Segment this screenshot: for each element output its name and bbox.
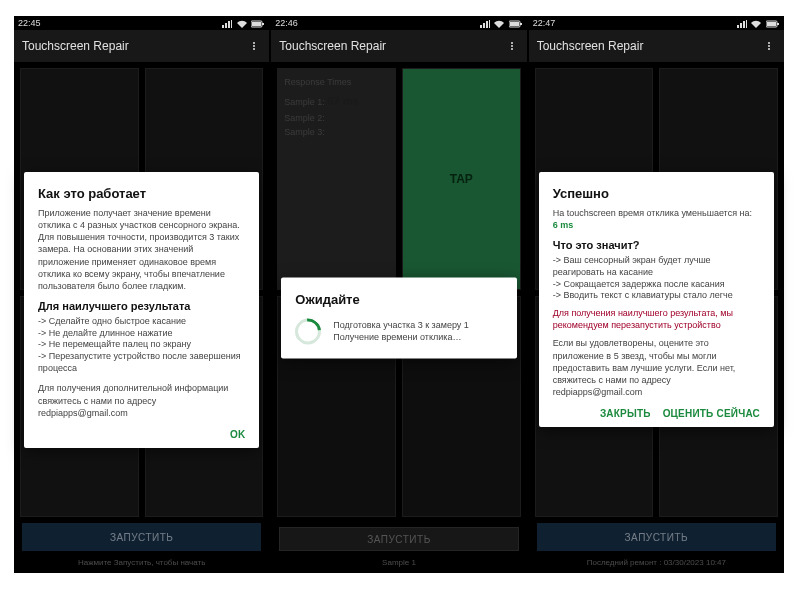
screen-2: 22:46 Touchscreen Repair Response Times … xyxy=(271,16,526,573)
status-bar: 22:46 xyxy=(271,16,526,30)
status-bar: 22:45 xyxy=(14,16,269,30)
svg-rect-2 xyxy=(262,23,264,25)
status-icons xyxy=(220,18,265,28)
svg-rect-7 xyxy=(767,22,776,26)
overflow-menu-button[interactable] xyxy=(762,39,776,53)
wait-dialog: Ожидайте Подготовка участка 3 к замеру 1… xyxy=(281,277,516,358)
screen-1: 22:45 Touchscreen Repair ЗАПУСТИТЬ Нажми… xyxy=(14,16,269,573)
dialog-footer: Если вы удовлетворены, оцените это прило… xyxy=(553,337,760,398)
success-dialog: Успешно На touchscreen время отклика уме… xyxy=(539,172,774,427)
battery-icon xyxy=(251,20,265,28)
wait-title: Ожидайте xyxy=(295,291,502,306)
screen-3: 22:47 Touchscreen Repair ЗАПУСТИТЬ После… xyxy=(529,16,784,573)
dialog-subtitle: Что это значит? xyxy=(553,239,760,251)
rate-now-button[interactable]: ОЦЕНИТЬ СЕЙЧАС xyxy=(663,408,760,419)
close-button[interactable]: ЗАКРЫТЬ xyxy=(600,408,651,419)
dialog-tip: -> Не делайте длинное нажатие xyxy=(38,328,245,340)
how-it-works-dialog: Как это работает Приложение получает зна… xyxy=(24,172,259,448)
signal-icon xyxy=(222,20,232,28)
app-title: Touchscreen Repair xyxy=(279,39,386,53)
battery-icon xyxy=(766,20,780,28)
status-time: 22:47 xyxy=(533,18,556,28)
status-icons xyxy=(478,18,523,28)
dialog-warning: Для получения наилучшего результата, мы … xyxy=(553,308,760,331)
result-line-text: На touchscreen время отклика уменьшается… xyxy=(553,208,752,218)
app-bar: Touchscreen Repair xyxy=(14,30,269,62)
battery-icon xyxy=(509,20,523,28)
app-title: Touchscreen Repair xyxy=(537,39,644,53)
dialog-footer: Для получения дополнительной информации … xyxy=(38,382,245,418)
dialog-tip: -> Перезапустите устройство после заверш… xyxy=(38,351,245,374)
dialog-title: Как это работает xyxy=(38,186,245,201)
signal-icon xyxy=(737,20,747,28)
overflow-menu-button[interactable] xyxy=(505,39,519,53)
signal-icon xyxy=(480,20,490,28)
overflow-menu-button[interactable] xyxy=(247,39,261,53)
dialog-tip: -> Ваш сенсорный экран будет лучше реаги… xyxy=(553,255,760,278)
app-title: Touchscreen Repair xyxy=(22,39,129,53)
dialog-subtitle: Для наилучшего результата xyxy=(38,300,245,312)
svg-rect-1 xyxy=(252,22,261,26)
wifi-icon xyxy=(751,20,761,28)
dialog-tip: -> Сделайте одно быстрое касание xyxy=(38,316,245,328)
svg-rect-4 xyxy=(510,22,519,26)
status-time: 22:45 xyxy=(18,18,41,28)
status-bar: 22:47 xyxy=(529,16,784,30)
dialog-body: Приложение получает значение времени отк… xyxy=(38,207,245,292)
svg-rect-5 xyxy=(520,23,522,25)
dialog-tip: -> Сокращается задержка после касания xyxy=(553,279,760,291)
svg-rect-8 xyxy=(777,23,779,25)
ok-button[interactable]: OK xyxy=(230,429,245,440)
result-value: 6 ms xyxy=(553,220,574,230)
dialog-title: Успешно xyxy=(553,186,760,201)
wifi-icon xyxy=(494,20,504,28)
app-bar: Touchscreen Repair xyxy=(271,30,526,62)
status-time: 22:46 xyxy=(275,18,298,28)
spinner-icon xyxy=(290,313,327,350)
dialog-tip: -> Не перемещайте палец по экрану xyxy=(38,339,245,351)
app-bar: Touchscreen Repair xyxy=(529,30,784,62)
wifi-icon xyxy=(237,20,247,28)
status-icons xyxy=(735,18,780,28)
dialog-tip: -> Вводить текст с клавиатуры стало легч… xyxy=(553,290,760,302)
wait-body: Подготовка участка 3 к замеру 1 Получени… xyxy=(333,319,502,342)
